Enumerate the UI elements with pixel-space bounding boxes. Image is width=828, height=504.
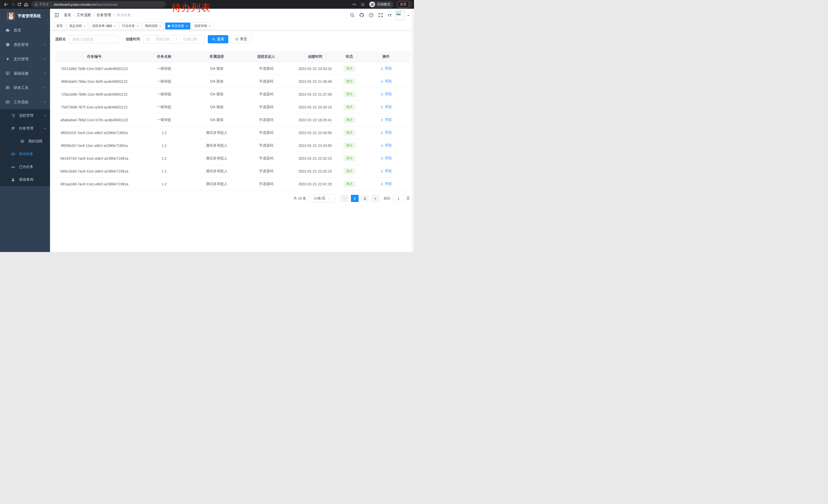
sidebar-item-leave-query[interactable]: 请假查询 bbox=[0, 173, 50, 186]
breadcrumb-home[interactable]: 首页 bbox=[64, 13, 71, 17]
sidebar-item-system[interactable]: 系统管理 bbox=[0, 37, 50, 52]
next-page-button[interactable]: › bbox=[371, 195, 379, 202]
edit-icon bbox=[380, 131, 384, 134]
address-bar[interactable]: 不安全 dashboard.yudao.iocoder.cn/bpm/task/… bbox=[31, 1, 166, 8]
help-icon[interactable]: ? bbox=[369, 12, 374, 18]
svg-text:?: ? bbox=[370, 14, 372, 17]
sidebar-collapse-icon[interactable] bbox=[54, 12, 59, 18]
approve-link[interactable]: 审批 bbox=[380, 118, 392, 122]
reset-button[interactable]: 重置 bbox=[231, 35, 251, 43]
incognito-badge: 无痕模式 bbox=[369, 1, 394, 8]
approve-link[interactable]: 审批 bbox=[380, 169, 392, 173]
sidebar-item-home[interactable]: 首页 bbox=[0, 23, 50, 37]
password-key-icon[interactable] bbox=[352, 2, 357, 7]
sidebar-item-my-process[interactable]: 我的流程 bbox=[0, 135, 50, 148]
task-starter: 芋道源码 bbox=[239, 131, 294, 135]
approve-link[interactable]: 审批 bbox=[380, 104, 392, 109]
chevron-up-icon bbox=[43, 100, 46, 104]
total-count: 共 16 条 bbox=[293, 196, 306, 201]
workflow-submenu: 流程管理 任务管理 我的流程 待办任务 bbox=[0, 109, 50, 186]
task-starter: 芋道源码 bbox=[239, 105, 294, 109]
close-icon[interactable] bbox=[114, 25, 116, 28]
page-button-1[interactable]: 1 bbox=[351, 195, 359, 202]
avatar-dropdown-caret[interactable] bbox=[407, 15, 409, 17]
browser-back-icon[interactable] bbox=[3, 1, 9, 8]
sidebar-item-devtools[interactable]: 研发工具 bbox=[0, 81, 50, 95]
browser-menu-icon[interactable] bbox=[409, 3, 409, 6]
sidebar-item-label: 研发工具 bbox=[13, 85, 40, 90]
browser-update-button[interactable]: 更新 bbox=[397, 1, 411, 8]
close-icon[interactable] bbox=[209, 25, 211, 28]
approve-link[interactable]: 审批 bbox=[380, 79, 392, 84]
sidebar-item-label: 任务管理 bbox=[19, 126, 40, 131]
sidebar-item-label: 待办任务 bbox=[19, 152, 46, 156]
approve-link[interactable]: 审批 bbox=[380, 143, 392, 148]
sidebar-item-todo-tasks[interactable]: 待办任务 bbox=[0, 148, 50, 161]
fullscreen-icon[interactable] bbox=[378, 12, 383, 18]
page-size-select[interactable]: 10条/页 bbox=[310, 194, 335, 202]
breadcrumb-workflow[interactable]: 工作流程 bbox=[77, 13, 91, 17]
search-button[interactable]: 搜索 bbox=[208, 35, 228, 43]
prev-page-button[interactable]: ‹ bbox=[341, 195, 348, 202]
page-button-2[interactable]: 2 bbox=[361, 195, 369, 202]
breadcrumb-task-mgmt[interactable]: 任务管理 bbox=[97, 13, 111, 17]
list-tree-icon bbox=[11, 113, 15, 118]
tab-done-tasks[interactable]: 已办任务 bbox=[120, 22, 141, 30]
avatar[interactable] bbox=[395, 10, 405, 20]
table-row: 069c6a63-7b8a-11ec-8ef0-acde48001122 一级审… bbox=[55, 75, 410, 88]
status-badge: 激活 bbox=[343, 104, 356, 110]
task-process: OA 请假 bbox=[195, 118, 239, 122]
approve-link[interactable]: 审批 bbox=[380, 66, 392, 71]
tab-form-edit[interactable]: 流程表单-编辑 bbox=[89, 22, 119, 30]
task-starter: 芋道源码 bbox=[239, 66, 294, 71]
tab-home[interactable]: 首页 bbox=[54, 22, 66, 30]
status-badge: 激活 bbox=[343, 130, 356, 136]
page-scrollbar[interactable] bbox=[412, 9, 414, 252]
close-icon[interactable] bbox=[84, 25, 86, 28]
task-id: 8f0d1619-7ac8-11ec-a9e2-a2380e71991a bbox=[55, 131, 133, 135]
sidebar-item-done-tasks[interactable]: 已办任务 bbox=[0, 161, 50, 173]
sidebar-item-task-mgmt[interactable]: 任务管理 bbox=[0, 122, 50, 135]
tab-my-process[interactable]: 我的流程 bbox=[142, 22, 164, 30]
sidebar-item-process-mgmt[interactable]: 流程管理 bbox=[0, 109, 50, 122]
sidebar-item-label: 我的流程 bbox=[28, 139, 46, 144]
col-task-id: 任务编号 bbox=[55, 54, 133, 59]
pagination: 共 16 条 10条/页 ‹ 1 2 › 前往 页 bbox=[55, 194, 410, 202]
tab-start-process[interactable]: 发起流程 bbox=[67, 22, 88, 30]
sidebar-item-workflow[interactable]: 工作流程 bbox=[0, 95, 50, 109]
tab-todo-tasks[interactable]: 待办任务 bbox=[165, 22, 191, 30]
close-icon[interactable] bbox=[136, 25, 138, 28]
approve-link[interactable]: 审批 bbox=[380, 92, 392, 96]
tab-process-detail[interactable]: 流程详情 bbox=[192, 22, 213, 30]
eye-closed-icon bbox=[11, 165, 15, 169]
close-icon[interactable] bbox=[159, 25, 161, 28]
date-range-picker[interactable]: 开始日期 - 结束日期 bbox=[143, 35, 205, 43]
github-icon[interactable] bbox=[359, 12, 364, 18]
task-id: 8f059c03-7ac8-11ec-a9e2-a2380e71991a bbox=[55, 144, 133, 148]
bookmark-star-icon[interactable] bbox=[360, 2, 366, 7]
sidebar-item-payment[interactable]: ¥ 支付管理 bbox=[0, 52, 50, 66]
process-name-input[interactable] bbox=[69, 35, 119, 43]
search-icon[interactable] bbox=[349, 12, 355, 18]
approve-link[interactable]: 审批 bbox=[380, 130, 392, 135]
browser-home-icon[interactable] bbox=[23, 1, 29, 8]
flow-tree-icon bbox=[11, 126, 15, 131]
app-logo[interactable]: 芋道管理系统 bbox=[0, 9, 50, 23]
chevron-up-icon bbox=[43, 127, 46, 130]
browser-forward-icon[interactable] bbox=[9, 1, 16, 8]
sidebar-item-infra[interactable]: 基础设施 bbox=[0, 66, 50, 81]
gear-icon bbox=[5, 42, 10, 47]
goto-page-input[interactable] bbox=[393, 195, 404, 202]
task-table: 任务编号 任务名称 所属流程 流程发起人 创建时间 状态 操作 73211d9d… bbox=[55, 51, 410, 190]
task-process: 测试多审批人 bbox=[195, 131, 239, 135]
approve-link[interactable]: 审批 bbox=[380, 156, 392, 161]
task-starter: 芋道源码 bbox=[239, 79, 294, 84]
approve-link[interactable]: 审批 bbox=[380, 182, 392, 186]
monitor-icon bbox=[5, 71, 10, 76]
status-badge: 激活 bbox=[343, 181, 356, 187]
page-content: 流程名 创建时间 开始日期 - 结束日期 搜索 重 bbox=[50, 31, 414, 252]
edit-icon bbox=[380, 92, 384, 96]
close-icon[interactable] bbox=[186, 25, 188, 28]
font-size-icon[interactable]: TT bbox=[387, 13, 392, 17]
browser-reload-icon[interactable] bbox=[16, 1, 23, 8]
